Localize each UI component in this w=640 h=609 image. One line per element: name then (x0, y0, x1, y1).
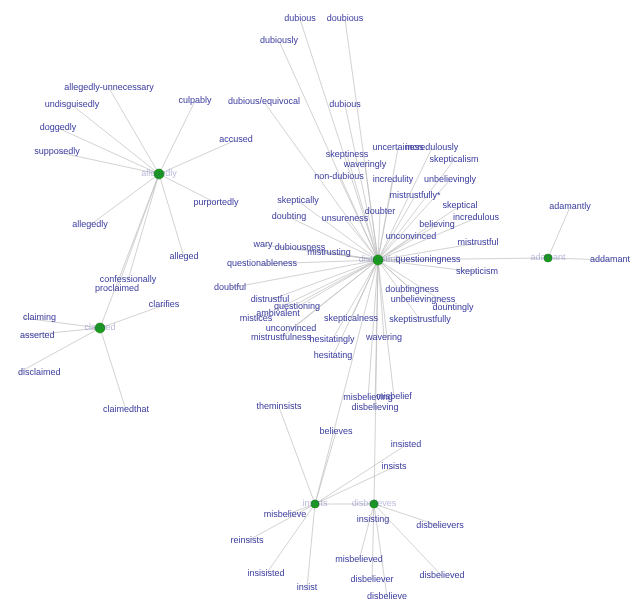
node-label[interactable]: non-dubious (314, 171, 364, 181)
node-label[interactable]: dubiously (260, 35, 299, 45)
hub-label: claimed (84, 322, 115, 332)
node-label[interactable]: theminsists (256, 401, 302, 411)
edge (279, 407, 315, 504)
node-label[interactable]: allegedly-unnecessary (64, 82, 154, 92)
edge (300, 19, 378, 260)
node-label[interactable]: waveringly (343, 159, 387, 169)
hub-label: distrustful (359, 254, 398, 264)
node-label[interactable]: insisisted (247, 568, 284, 578)
node-label[interactable]: alleged (169, 251, 198, 261)
node-label[interactable]: reinsists (230, 535, 264, 545)
node-label[interactable]: mistrustful (457, 237, 498, 247)
node-label[interactable]: culpably (178, 95, 212, 105)
node-label[interactable]: doggedly (40, 122, 77, 132)
node-label[interactable]: insisting (357, 514, 390, 524)
node-label[interactable]: adamantly (549, 201, 591, 211)
node-label[interactable]: skepticalism (429, 154, 478, 164)
hub-edge (374, 260, 378, 504)
node-label[interactable]: misbelieved (335, 554, 383, 564)
node-label[interactable]: mistrustfulness (251, 332, 312, 342)
node-label[interactable]: disbelieving (351, 402, 398, 412)
edge (72, 105, 159, 174)
hub-label: allegedly (141, 168, 177, 178)
edge (548, 207, 570, 258)
node-label[interactable]: addamant (590, 254, 631, 264)
node-label[interactable]: incredulous (453, 212, 500, 222)
labels-layer: allegedlyclaimeddistrustfuladamantinsist… (18, 13, 631, 601)
node-label[interactable]: dountingly (432, 302, 474, 312)
edge (297, 260, 378, 307)
node-label[interactable]: incredulously (406, 142, 459, 152)
edge (378, 260, 384, 338)
node-label[interactable]: disbeliever (350, 574, 393, 584)
node-label[interactable]: insisted (391, 439, 422, 449)
node-label[interactable]: misbelieve (264, 509, 307, 519)
node-label[interactable]: disbelieve (367, 591, 407, 601)
edge (159, 101, 195, 174)
node-label[interactable]: doubtingness (385, 284, 439, 294)
node-label[interactable]: misbelief (376, 391, 412, 401)
hub-label: insists (302, 498, 328, 508)
node-label[interactable]: skeptiness (326, 149, 369, 159)
node-label[interactable]: unconvinced (386, 231, 437, 241)
edge (90, 174, 159, 225)
node-label[interactable]: hesitatingly (309, 334, 355, 344)
node-label[interactable]: unbelievingly (424, 174, 477, 184)
node-label[interactable]: wavering (365, 332, 402, 342)
node-label[interactable]: questioningness (395, 254, 461, 264)
node-label[interactable]: clarifies (149, 299, 180, 309)
node-label[interactable]: believing (419, 219, 455, 229)
node-label[interactable]: skepticism (456, 266, 498, 276)
edge (128, 174, 159, 280)
node-label[interactable]: hesitating (314, 350, 353, 360)
node-label[interactable]: disbelieved (419, 570, 464, 580)
hub-label: disbelieves (352, 498, 397, 508)
hub-edge (315, 260, 378, 504)
node-label[interactable]: mistrustfully* (389, 190, 441, 200)
node-label[interactable]: supposedly (34, 146, 80, 156)
node-label[interactable]: wary (252, 239, 273, 249)
node-label[interactable]: undisguisedly (45, 99, 100, 109)
node-label[interactable]: skeptical (442, 200, 477, 210)
node-label[interactable]: dubious/equivocal (228, 96, 300, 106)
node-label[interactable]: incredulity (373, 174, 414, 184)
node-label[interactable]: claimedthat (103, 404, 150, 414)
node-label[interactable]: dubious (284, 13, 316, 23)
node-label[interactable]: insist (297, 582, 318, 592)
edge (315, 445, 406, 504)
node-label[interactable]: doubtful (214, 282, 246, 292)
edge (359, 504, 374, 560)
node-label[interactable]: disbelievers (416, 520, 464, 530)
node-label[interactable]: purportedly (193, 197, 239, 207)
node-label[interactable]: believes (319, 426, 353, 436)
edge (100, 328, 126, 410)
word-graph: allegedlyclaimeddistrustfuladamantinsist… (0, 0, 640, 609)
node-label[interactable]: doubting (272, 211, 307, 221)
node-label[interactable]: proclaimed (95, 283, 139, 293)
node-label[interactable]: skepticalness (324, 313, 379, 323)
edge (159, 174, 184, 257)
node-label[interactable]: claiming (23, 312, 56, 322)
node-label[interactable]: mistrusting (307, 247, 351, 257)
edge (332, 260, 378, 340)
node-label[interactable]: skeptically (277, 195, 319, 205)
node-label[interactable]: disclaimed (18, 367, 61, 377)
node-label[interactable]: questioning (274, 301, 320, 311)
node-label[interactable]: doubter (365, 206, 396, 216)
node-label[interactable]: accused (219, 134, 253, 144)
node-label[interactable]: insists (381, 461, 407, 471)
node-label[interactable]: doubious (327, 13, 364, 23)
node-label[interactable]: asserted (20, 330, 55, 340)
node-label[interactable]: allegedly (72, 219, 108, 229)
hub-label: adamant (530, 252, 566, 262)
node-label[interactable]: dubious (329, 99, 361, 109)
edge (307, 504, 315, 588)
node-label[interactable]: mistices (240, 313, 273, 323)
node-label[interactable]: questionableness (227, 258, 298, 268)
edge (109, 88, 159, 174)
edge (378, 260, 394, 397)
node-label[interactable]: unsureness (322, 213, 369, 223)
node-label[interactable]: skeptistrustfully (389, 314, 451, 324)
